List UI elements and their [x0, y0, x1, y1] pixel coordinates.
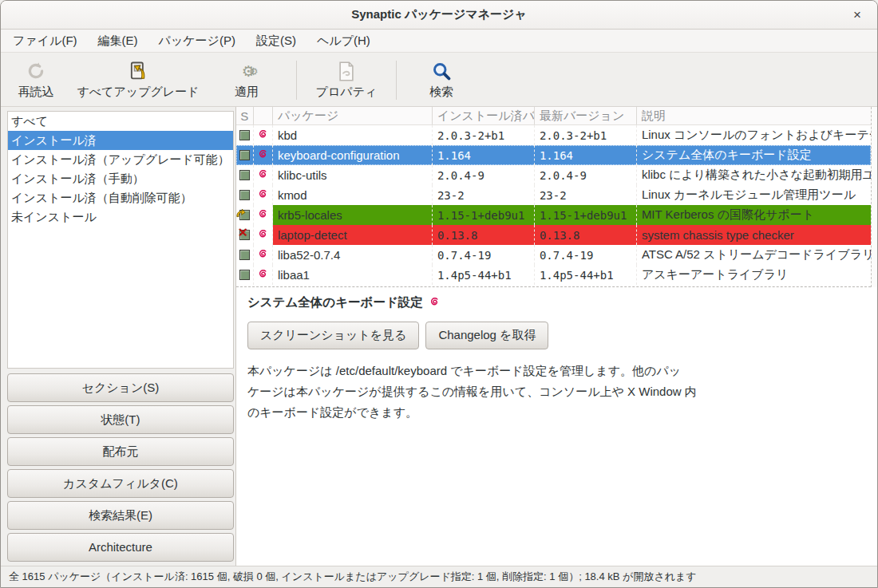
package-description: klibc により構築された小さな起動初期用ユーティリティ: [637, 165, 871, 185]
table-row-marked-removal[interactable]: ✕ laptop-detect 0.13.8 0.13.8 system cha…: [236, 225, 871, 245]
properties-button[interactable]: プロパティ: [305, 56, 388, 105]
sections-button[interactable]: セクション(S): [7, 373, 234, 402]
table-row[interactable]: kbd 2.0.3-2+b1 2.0.3-2+b1 Linux コンソールのフォ…: [236, 125, 871, 145]
table-row[interactable]: klibc-utils 2.0.4-9 2.0.4-9 klibc により構築さ…: [236, 165, 871, 185]
header-description[interactable]: 説明: [637, 107, 871, 124]
header-status[interactable]: S: [236, 107, 254, 124]
search-results-button[interactable]: 検索結果(E): [7, 501, 234, 530]
titlebar[interactable]: Synaptic パッケージマネージャ ×: [1, 1, 877, 30]
description-line: 本パッケージは /etc/default/keyboard でキーボード設定を管…: [247, 361, 866, 381]
origin-button[interactable]: 配布元: [7, 437, 234, 466]
get-changelog-button[interactable]: Changelog を取得: [425, 322, 548, 349]
package-description: ATSC A/52 ストリームデコードライブラリ: [637, 245, 871, 265]
remove-x-icon: ✕: [237, 225, 247, 240]
package-detail-pane: システム全体のキーボード設定 スクリーンショットを見る Changelog を取…: [236, 287, 877, 566]
filter-list: すべて インストール済 インストール済（アップグレード可能） インストール済（手…: [7, 111, 234, 369]
upgrade-all-button[interactable]: すべてアップグレード: [71, 56, 205, 105]
menu-edit[interactable]: 編集(E): [91, 30, 145, 52]
latest-version: 1.15-1+deb9u1: [535, 205, 637, 225]
latest-version: 1.164: [535, 145, 637, 165]
reload-button[interactable]: 再読込: [1, 56, 71, 105]
filter-item-installed-manual[interactable]: インストール済（手動）: [8, 169, 233, 188]
installed-version: 2.0.4-9: [433, 165, 535, 185]
apply-label: 適用: [235, 85, 259, 100]
package-description: Linux コンソールのフォントおよびキーテーブル用ユーティリティ: [637, 125, 871, 145]
apply-button[interactable]: ⚙⚙ 適用: [205, 56, 288, 105]
latest-version: 23-2: [535, 185, 637, 205]
latest-version: 2.0.3-2+b1: [535, 125, 637, 145]
reload-icon: [26, 58, 46, 84]
installed-version: 0.13.8: [433, 225, 535, 245]
architecture-button[interactable]: Architecture: [7, 533, 234, 562]
debian-swirl-icon: [257, 208, 268, 222]
status-installed-icon: [239, 190, 250, 200]
filter-item-installed-autoremovable[interactable]: インストール済（自動削除可能）: [8, 188, 233, 207]
statusbar: 全 1615 パッケージ（インストール済: 1615 個, 破損 0 個, イン…: [1, 566, 877, 587]
debian-swirl-icon: [257, 228, 268, 242]
menu-package[interactable]: パッケージ(P): [152, 30, 243, 52]
apply-gears-icon: ⚙⚙: [242, 58, 252, 84]
table-row-selected[interactable]: keyboard-configuration 1.164 1.164 システム全…: [236, 145, 871, 165]
package-name: kmod: [273, 185, 433, 205]
table-row[interactable]: liba52-0.7.4 0.7.4-19 0.7.4-19 ATSC A/52…: [236, 245, 871, 265]
table-row[interactable]: kmod 23-2 23-2 Linux カーネルモジュール管理用ツール: [236, 185, 871, 205]
package-name: liba52-0.7.4: [273, 245, 433, 265]
filter-item-installed-upgradable[interactable]: インストール済（アップグレード可能）: [8, 150, 233, 169]
filter-item-not-installed[interactable]: 未インストール: [8, 207, 233, 227]
main-content: すべて インストール済 インストール済（アップグレード可能） インストール済（手…: [1, 107, 877, 566]
package-name: libaa1: [273, 265, 433, 285]
search-label: 検索: [429, 85, 453, 100]
right-panel: S パッケージ インストール済バージョン 最新バージョン 説明 kbd 2.0.…: [235, 107, 877, 566]
package-description: MIT Kerberos の国際化サポート: [637, 205, 871, 225]
synaptic-window: Synaptic パッケージマネージャ × ファイル(F) 編集(E) パッケー…: [0, 0, 878, 588]
package-name: laptop-detect: [273, 225, 433, 245]
installed-version: 23-2: [433, 185, 535, 205]
menu-help[interactable]: ヘルプ(H): [310, 30, 378, 52]
close-button[interactable]: ×: [847, 5, 868, 26]
installed-version: 1.15-1+deb9u1: [433, 205, 535, 225]
detail-title: システム全体のキーボード設定: [247, 294, 423, 311]
filter-item-all[interactable]: すべて: [8, 112, 233, 131]
status-installed-icon: [239, 150, 250, 160]
description-line: ケージは本パッケージが提供するこの情報を用いて、コンソール上や X Window…: [247, 381, 866, 402]
package-table: S パッケージ インストール済バージョン 最新バージョン 説明 kbd 2.0.…: [236, 107, 871, 287]
description-line: のキーボード設定ができます。: [247, 402, 866, 423]
upgrade-all-label: すべてアップグレード: [77, 85, 199, 100]
header-origin-icon[interactable]: [254, 107, 273, 124]
package-name: krb5-locales: [273, 205, 433, 225]
detail-description: 本パッケージは /etc/default/keyboard でキーボード設定を管…: [247, 361, 866, 423]
debian-swirl-icon: [257, 148, 268, 162]
menu-file[interactable]: ファイル(F): [6, 30, 85, 52]
toolbar-separator: [296, 61, 297, 100]
package-name: keyboard-configuration: [273, 145, 433, 165]
vertical-scrollbar[interactable]: [871, 107, 877, 287]
search-icon: [431, 58, 453, 84]
custom-filters-button[interactable]: カスタムフィルタ(C): [7, 469, 234, 498]
menu-settings[interactable]: 設定(S): [249, 30, 303, 52]
package-description: system chassis type checker: [637, 225, 871, 245]
filter-item-installed[interactable]: インストール済: [8, 131, 233, 150]
toolbar: 再読込 すべてアップグレード ⚙⚙ 適用 プロパティ: [1, 53, 877, 107]
upgrade-all-icon: [127, 58, 149, 84]
status-installed-icon: [239, 130, 250, 140]
installed-version: 0.7.4-19: [433, 245, 535, 265]
status-button[interactable]: 状態(T): [7, 405, 234, 434]
table-row[interactable]: libaa1 1.4p5-44+b1 1.4p5-44+b1 アスキーアートライ…: [236, 265, 871, 285]
get-screenshot-button[interactable]: スクリーンショットを見る: [247, 322, 420, 349]
filter-buttons: セクション(S) 状態(T) 配布元 カスタムフィルタ(C) 検索結果(E) A…: [7, 373, 234, 562]
status-installed-icon: [239, 270, 250, 280]
debian-swirl-icon: [257, 188, 268, 202]
latest-version: 1.4p5-44+b1: [535, 265, 637, 285]
latest-version: 0.7.4-19: [535, 245, 637, 265]
installed-version: 1.4p5-44+b1: [433, 265, 535, 285]
package-description: アスキーアートライブラリ: [637, 265, 871, 285]
header-latest-version[interactable]: 最新バージョン: [535, 107, 637, 124]
header-package[interactable]: パッケージ: [273, 107, 433, 124]
left-panel: すべて インストール済 インストール済（アップグレード可能） インストール済（手…: [1, 107, 235, 566]
table-row-marked-upgrade[interactable]: krb5-locales 1.15-1+deb9u1 1.15-1+deb9u1…: [236, 205, 871, 225]
toolbar-separator: [396, 61, 397, 100]
status-installed-icon: [239, 250, 250, 260]
search-button[interactable]: 検索: [405, 56, 478, 105]
header-installed-version[interactable]: インストール済バージョン: [433, 107, 535, 124]
upgrade-arrow-icon: [236, 207, 247, 220]
